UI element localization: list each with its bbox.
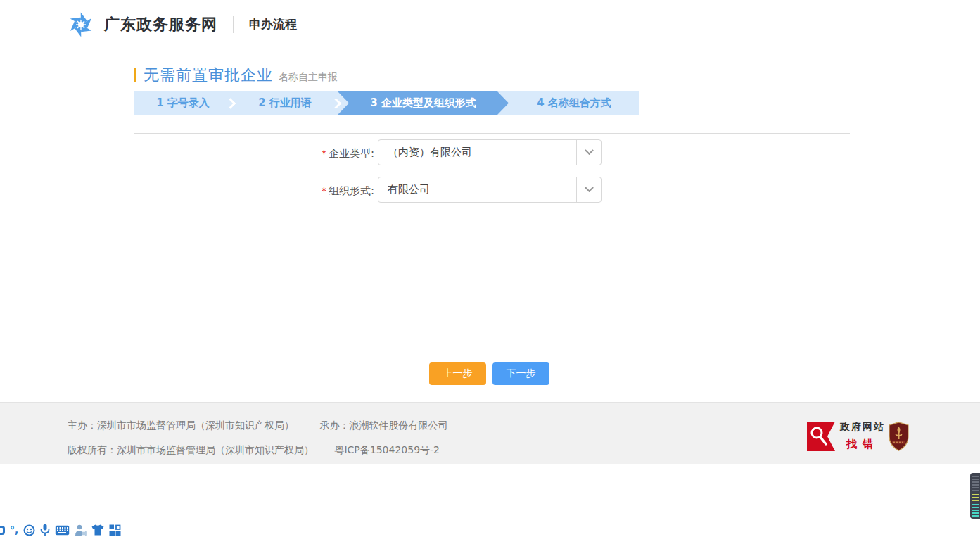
- step-4-mingchengzuhe[interactable]: 4 名称组合方式: [509, 91, 639, 115]
- page-footer: 主办：深圳市市场监督管理局（深圳市知识产权局） 承办：浪潮软件股份有限公司 版权…: [0, 402, 980, 464]
- footer-icp: 粤ICP备15042059号-2: [334, 444, 440, 455]
- page-title: 无需前置审批企业: [144, 65, 273, 86]
- tshirt-icon[interactable]: [91, 524, 104, 536]
- content-divider: [134, 133, 850, 134]
- page: 广东政务服务网 申办流程 无需前置审批企业 名称自主申报 1 字号录入 2 行业…: [0, 0, 980, 537]
- page-subtitle: 名称自主申报: [279, 71, 338, 84]
- title-accent-bar: [134, 68, 136, 82]
- chevron-down-icon: [585, 183, 594, 192]
- required-asterisk: *: [322, 185, 326, 196]
- chevron-down-box: [576, 140, 601, 165]
- dock-stripes-gray: [972, 476, 979, 493]
- badge-text: 政府网站 找错: [840, 421, 885, 451]
- step-4-label: 4 名称组合方式: [537, 96, 611, 110]
- next-step-button[interactable]: 下一步: [492, 362, 549, 385]
- badge-subtitle: 找错: [840, 438, 885, 451]
- ime-mode-icon[interactable]: [0, 526, 5, 535]
- dock-stripes-teal: [972, 504, 979, 517]
- page-title-row: 无需前置审批企业 名称自主申报: [134, 65, 338, 86]
- footer-copyright: 版权所有：深圳市市场监督管理局（深圳市知识产权局）: [68, 444, 314, 455]
- organization-form-label: *组织形式:: [276, 184, 374, 198]
- dock-stripes-yellow: [972, 494, 979, 503]
- footer-undertake: 承办：浪潮软件股份有限公司: [319, 419, 447, 431]
- footer-line-2: 版权所有：深圳市市场监督管理局（深圳市知识产权局） 粤ICP备15042059号…: [68, 444, 440, 457]
- smiley-icon[interactable]: [23, 524, 35, 536]
- nav-apply-flow[interactable]: 申办流程: [249, 16, 297, 32]
- previous-step-button[interactable]: 上一步: [429, 362, 486, 385]
- pinwheel-flower-icon: [66, 10, 96, 39]
- keyboard-icon[interactable]: [55, 525, 70, 536]
- step-3-label: 3 企业类型及组织形式: [370, 96, 476, 110]
- microphone-icon[interactable]: [40, 524, 50, 536]
- step-2-hangyeyongyu[interactable]: 2 行业用语: [232, 91, 338, 115]
- footer-line-1: 主办：深圳市市场监督管理局（深圳市知识产权局） 承办：浪潮软件股份有限公司: [68, 419, 447, 432]
- site-logo[interactable]: [66, 10, 96, 39]
- enterprise-type-label: *企业类型:: [276, 147, 374, 160]
- organization-form-select[interactable]: 有限公司: [378, 177, 602, 203]
- chevron-down-box: [576, 177, 601, 202]
- ime-punctuation-toggle[interactable]: °,: [10, 525, 18, 535]
- gov-identification-shield-badge[interactable]: [889, 422, 909, 454]
- enterprise-type-value: （内资）有限公司: [388, 140, 472, 165]
- enterprise-type-select[interactable]: （内资）有限公司: [378, 139, 602, 165]
- step-wizard: 1 字号录入 2 行业用语 3 企业类型及组织形式 4 名称组合方式: [134, 91, 639, 115]
- ime-toolbar: °,: [0, 523, 132, 537]
- step-3-active-qiyeleixing[interactable]: 3 企业类型及组织形式: [338, 91, 509, 115]
- chevron-down-icon: [585, 146, 594, 155]
- magnifier-flag-icon: [807, 422, 835, 451]
- required-asterisk: *: [322, 148, 326, 159]
- header-divider: [233, 16, 234, 33]
- grid-icon[interactable]: [109, 524, 121, 536]
- site-header: 广东政务服务网 申办流程: [0, 0, 980, 49]
- gov-site-error-report-badge[interactable]: 政府网站 找错: [807, 421, 885, 451]
- badge-title: 政府网站: [840, 421, 885, 436]
- step-2-label: 2 行业用语: [258, 96, 312, 110]
- footer-host: 主办：深圳市市场监督管理局（深圳市知识产权局）: [68, 419, 294, 431]
- docked-side-widget[interactable]: [970, 473, 980, 519]
- step-separator-icon: [331, 98, 342, 109]
- organization-form-value: 有限公司: [388, 177, 430, 202]
- step-1-zihaoluru[interactable]: 1 字号录入: [134, 91, 232, 115]
- site-title: 广东政务服务网: [104, 14, 217, 35]
- person-note-icon[interactable]: [75, 524, 87, 536]
- gov-shield-icon: [889, 422, 909, 451]
- step-1-label: 1 字号录入: [156, 96, 210, 110]
